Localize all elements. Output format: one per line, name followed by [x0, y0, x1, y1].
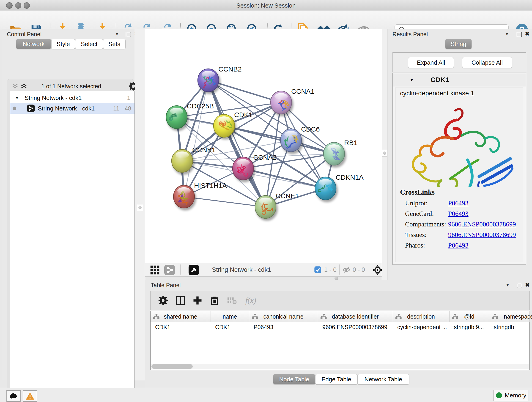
node-label-CDKN1A: CDKN1A: [336, 173, 364, 181]
show-columns-icon[interactable]: [176, 296, 185, 305]
network-edge-HIST1H1A-CCNE1[interactable]: [184, 197, 266, 207]
horizontal-splitter-handle[interactable]: [335, 276, 338, 280]
crosslink-link[interactable]: P06493: [448, 210, 469, 217]
memory-status-dot-icon: [496, 392, 502, 398]
hidden-eye-icon: [342, 266, 350, 274]
panel-menu-icon[interactable]: ▾: [506, 282, 509, 287]
float-panel-icon[interactable]: [517, 32, 522, 37]
crosslink-row: Pharos:P06493: [400, 242, 516, 249]
add-column-icon[interactable]: [193, 296, 202, 305]
expand-all-button[interactable]: Expand All: [408, 57, 454, 68]
tab-edge-table[interactable]: Edge Table: [315, 374, 357, 385]
column-label: @id: [464, 313, 475, 320]
section-collapse-icon[interactable]: ▼: [409, 77, 414, 83]
table-panel-title: Table Panel: [151, 282, 181, 288]
table-cell[interactable]: CDK1: [210, 322, 249, 332]
tab-network-table[interactable]: Network Table: [357, 374, 409, 385]
tab-sets[interactable]: Sets: [103, 39, 126, 49]
column-header-name[interactable]: name: [210, 311, 249, 322]
tab-node-table[interactable]: Node Table: [273, 374, 315, 385]
network-edge-CCNB2-CCNA1[interactable]: [208, 80, 281, 102]
close-panel-icon[interactable]: ✖: [525, 282, 530, 288]
node-name: CDK1: [431, 76, 449, 84]
grid-view-icon[interactable]: [150, 265, 160, 275]
network-node-CDKN1A[interactable]: CDKN1A: [315, 173, 364, 200]
collapse-all-icon[interactable]: [11, 83, 19, 89]
crosslink-label: Pharos:: [400, 242, 448, 249]
network-collection-row[interactable]: ▼ String Network - cdk1 1: [10, 93, 134, 103]
network-status-dot-icon: [13, 107, 16, 110]
crosslink-link[interactable]: 9606.ENSP00000378699: [448, 220, 516, 228]
table-cell[interactable]: cyclin-dependent ...: [393, 322, 449, 332]
column-header-shared-name[interactable]: shared name: [151, 311, 211, 322]
selected-count: 1 - 0: [324, 266, 336, 274]
network-node-CCNE1[interactable]: CCNE1: [255, 192, 299, 218]
network-view-icon[interactable]: [164, 265, 175, 275]
float-panel-icon[interactable]: [126, 32, 131, 37]
node-label-CDK1: CDK1: [234, 111, 253, 119]
column-label: description: [407, 313, 435, 320]
fit-content-crosshair-icon[interactable]: [372, 265, 383, 275]
crosslink-link[interactable]: P06493: [448, 242, 469, 249]
left-splitter-handle[interactable]: [137, 204, 143, 211]
table-cell[interactable]: stringdb:9...: [449, 322, 489, 332]
table-cell[interactable]: 9606.ENSP00000378699: [318, 322, 393, 332]
tab-string[interactable]: String: [445, 39, 472, 49]
memory-button[interactable]: Memory: [494, 390, 529, 401]
memory-label: Memory: [505, 392, 526, 399]
node-section-header[interactable]: ▼ CDK1: [393, 73, 526, 86]
node-count: 11: [113, 105, 119, 112]
network-node-CCNA1[interactable]: CCNA1: [271, 88, 315, 114]
current-network-title: String Network - cdk1: [212, 266, 271, 274]
column-header-description[interactable]: description: [393, 311, 450, 322]
function-builder-icon-disabled: f(x): [245, 296, 256, 305]
tree-expander-icon[interactable]: ▼: [15, 95, 19, 100]
delete-column-icon[interactable]: [210, 296, 219, 305]
right-splitter-handle[interactable]: [382, 150, 388, 157]
node-label-CCNA1: CCNA1: [291, 88, 315, 95]
network-view-toolbar: String Network - cdk1 1 - 0 0 - 0: [145, 263, 382, 277]
delete-table-icon-disabled: [227, 296, 237, 305]
collapse-all-button[interactable]: Collapse All: [462, 57, 512, 68]
node-label-CCNB2: CCNB2: [218, 65, 242, 73]
table-cell[interactable]: stringdb: [489, 322, 530, 332]
node-description: cyclin-dependent kinase 1: [400, 89, 474, 97]
window-title: Session: New Session: [0, 2, 532, 9]
network-tree: ▼ String Network - cdk1 1 String Network…: [10, 91, 135, 402]
selected-checkbox-icon[interactable]: [314, 266, 322, 274]
column-header-database-identifier[interactable]: database identifier: [318, 311, 393, 322]
node-label-CCNA2: CCNA2: [253, 153, 277, 161]
panel-menu-icon[interactable]: ▾: [506, 32, 508, 36]
scrollbar-thumb[interactable]: [152, 364, 193, 369]
table-cell[interactable]: P06493: [249, 322, 318, 332]
tab-style[interactable]: Style: [51, 39, 75, 49]
network-canvas[interactable]: CCNB2CCNA1CDC25BCDK1CDC6RB1CCNB1CCNA2CDK…: [145, 29, 382, 263]
warnings-button[interactable]: [23, 390, 37, 402]
crosslink-link[interactable]: P06493: [448, 199, 469, 207]
tab-select[interactable]: Select: [75, 39, 103, 49]
panel-menu-icon[interactable]: ▾: [116, 32, 118, 36]
network-node-HIST1H1A[interactable]: HIST1H1A: [173, 182, 227, 208]
node-label-CDC6: CDC6: [301, 125, 320, 133]
table-cell[interactable]: CDK1: [151, 322, 210, 332]
column-label: name: [223, 313, 237, 320]
network-node-RB1[interactable]: RB1: [323, 139, 357, 165]
table-options-gear-icon[interactable]: [158, 296, 168, 305]
float-panel-icon[interactable]: [517, 283, 522, 288]
column-header-namespace[interactable]: namespace: [489, 311, 530, 322]
cloud-status-button[interactable]: [6, 390, 21, 402]
network-node-CCNB1[interactable]: CCNB1: [172, 146, 215, 172]
crosslink-link[interactable]: 9606.ENSP00000378699: [448, 231, 516, 239]
hidden-count: 0 - 0: [353, 266, 365, 274]
tab-network[interactable]: Network: [16, 39, 51, 49]
column-header-canonical-name[interactable]: canonical name: [249, 311, 318, 322]
close-panel-icon[interactable]: ✖: [525, 31, 530, 37]
column-header--id[interactable]: @id: [449, 311, 489, 322]
node-result-section: ▼ CDK1 cyclin-dependent kinase 1: [393, 73, 526, 265]
network-row-selected[interactable]: String Network - cdk1 11 48: [10, 103, 134, 114]
table-horizontal-scrollbar[interactable]: [151, 364, 529, 369]
birds-eye-view-icon[interactable]: [189, 265, 199, 275]
network-graph: CCNB2CCNA1CDC25BCDK1CDC6RB1CCNB1CCNA2CDK…: [145, 29, 382, 263]
column-label: canonical name: [263, 313, 303, 320]
edge-count: 48: [125, 105, 131, 112]
